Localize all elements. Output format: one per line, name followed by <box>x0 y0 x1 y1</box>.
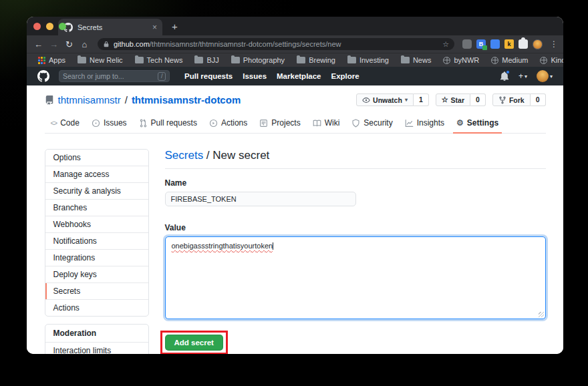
browser-tab[interactable]: Secrets × <box>58 19 162 35</box>
create-new-menu[interactable]: +▾ <box>519 71 527 81</box>
blue-extension-icon[interactable] <box>490 39 500 49</box>
tab-code[interactable]: <>Code <box>45 114 86 133</box>
slash-shortcut-badge: / <box>158 72 166 81</box>
sidebar-item-security-analysis[interactable]: Security & analysis <box>45 182 148 199</box>
bookmark-folder[interactable]: News <box>396 53 436 67</box>
bookmark-site[interactable]: Kindle4rss <box>535 53 563 67</box>
bookmark-folder[interactable]: BJJ <box>190 53 223 67</box>
sidebar-item-actions[interactable]: Actions <box>45 299 148 316</box>
watchers-count[interactable]: 1 <box>414 93 429 106</box>
tab-title: Secrets <box>78 23 148 31</box>
github-search-input[interactable] <box>63 72 158 80</box>
caret-down-icon: ▾ <box>525 73 527 79</box>
globe-icon <box>491 57 498 64</box>
bookmark-apps[interactable]: Apps <box>33 53 70 67</box>
tab-strip: Secrets × + <box>27 17 563 35</box>
github-logo-icon[interactable] <box>37 70 49 82</box>
repo-owner-link[interactable]: thtmnisamnstr <box>58 94 121 106</box>
bookmark-label: byNWR <box>454 56 479 64</box>
bookmark-site[interactable]: byNWR <box>438 53 484 67</box>
bookmark-star-icon[interactable]: ☆ <box>442 40 449 49</box>
bookmark-folder[interactable]: Photography <box>227 53 289 67</box>
sidebar-item-options[interactable]: Options <box>45 150 148 166</box>
bookmark-folder[interactable]: Investing <box>343 53 394 67</box>
chrome-profile-avatar[interactable] <box>533 39 543 49</box>
tab-close-icon[interactable]: × <box>152 23 157 31</box>
user-menu[interactable]: ▾ <box>537 70 553 82</box>
moderation-header: Moderation <box>45 325 148 342</box>
settings-sidebar: Options Manage access Security & analysi… <box>45 149 149 354</box>
nav-pull-requests[interactable]: Pull requests <box>184 72 233 80</box>
reload-icon[interactable]: ↻ <box>63 39 76 49</box>
bookmark-label: Brewing <box>309 56 335 64</box>
bookmark-folder[interactable]: Tech News <box>130 53 188 67</box>
forward-icon[interactable]: → <box>47 39 60 49</box>
new-tab-button[interactable]: + <box>172 21 178 32</box>
bookmark-folder[interactable]: New Relic <box>73 53 128 67</box>
tab-wiki[interactable]: Wiki <box>307 114 346 133</box>
repo-separator: / <box>125 94 128 106</box>
secret-value-textarea[interactable]: onebigassstringthatisyourtoken <box>165 236 546 319</box>
bookmark-label: Apps <box>49 56 65 64</box>
sidebar-item-secrets[interactable]: Secrets <box>45 282 148 299</box>
globe-icon <box>443 57 450 64</box>
translate-extension-icon[interactable]: B <box>476 39 486 49</box>
tab-pull-requests[interactable]: Pull requests <box>133 114 203 133</box>
bookmark-site[interactable]: Medium <box>486 53 533 67</box>
resize-handle[interactable] <box>539 312 544 317</box>
kindle-extension-icon[interactable]: k <box>504 39 514 49</box>
home-icon[interactable]: ⌂ <box>78 39 91 49</box>
tab-settings[interactable]: ⚙Settings <box>450 114 504 133</box>
add-secret-button[interactable]: Add secret <box>165 335 223 351</box>
tab-security[interactable]: Security <box>345 114 398 133</box>
extensions-puzzle-icon[interactable] <box>519 39 528 49</box>
nav-issues[interactable]: Issues <box>243 72 267 80</box>
fork-button[interactable]: Fork <box>492 93 531 106</box>
breadcrumb: Secrets / New secret <box>165 149 546 162</box>
notifications-bell-icon[interactable] <box>500 71 509 81</box>
sidebar-item-manage-access[interactable]: Manage access <box>45 166 148 182</box>
star-button-group: ☆ Star 0 <box>436 93 486 106</box>
github-search-box[interactable]: / <box>59 70 170 82</box>
breadcrumb-secrets-link[interactable]: Secrets <box>165 149 204 162</box>
secret-value-text: onebigassstringthatisyourtoken <box>172 242 273 250</box>
new-secret-form: Secrets / New secret Name Value onebigas… <box>165 149 546 354</box>
sidebar-item-webhooks[interactable]: Webhooks <box>45 216 148 232</box>
folder-icon <box>135 57 144 63</box>
forks-count[interactable]: 0 <box>531 93 546 106</box>
close-window-button[interactable] <box>33 23 41 30</box>
bookmark-folder[interactable]: Brewing <box>292 53 340 67</box>
bookmark-label: News <box>413 56 432 64</box>
star-icon: ☆ <box>442 95 448 104</box>
sidebar-item-branches[interactable]: Branches <box>45 199 148 216</box>
shield-icon <box>351 119 360 128</box>
eye-icon <box>362 96 370 104</box>
unwatch-button[interactable]: Unwatch ▾ <box>356 93 414 106</box>
secret-name-input[interactable] <box>165 192 356 206</box>
nav-marketplace[interactable]: Marketplace <box>277 72 321 80</box>
bookmark-label: BJJ <box>206 56 218 64</box>
settings-menu: Options Manage access Security & analysi… <box>45 149 149 317</box>
back-icon[interactable]: ← <box>32 39 45 49</box>
stars-count[interactable]: 0 <box>470 93 486 106</box>
sidebar-item-deploy-keys[interactable]: Deploy keys <box>45 266 148 282</box>
minimize-window-button[interactable] <box>46 23 53 30</box>
repo-name-link[interactable]: thtmnisamnstr-dotcom <box>132 94 241 106</box>
sidebar-item-integrations[interactable]: Integrations <box>45 249 148 266</box>
value-label: Value <box>165 223 546 232</box>
star-button[interactable]: ☆ Star <box>436 93 470 106</box>
tab-insights[interactable]: Insights <box>399 114 450 133</box>
rocket-extension-icon[interactable] <box>462 39 472 49</box>
tab-projects[interactable]: Projects <box>253 114 306 133</box>
tab-actions[interactable]: Actions <box>203 114 253 133</box>
github-page: thtmnisamnstr / thtmnisamnstr-dotcom Unw… <box>27 85 563 354</box>
sidebar-item-notifications[interactable]: Notifications <box>45 232 148 249</box>
red-annotation-box: Add secret <box>160 331 228 354</box>
zoom-window-button[interactable] <box>59 23 66 30</box>
sidebar-item-interaction-limits[interactable]: Interaction limits <box>45 342 148 354</box>
address-bar[interactable]: github.com/thtmnisamnstr/thtmnisamnstr-d… <box>98 38 454 50</box>
folder-icon <box>231 57 240 63</box>
tab-issues[interactable]: Issues <box>86 114 133 133</box>
nav-explore[interactable]: Explore <box>331 72 359 80</box>
chrome-menu-icon[interactable]: ⋮ <box>550 39 558 49</box>
